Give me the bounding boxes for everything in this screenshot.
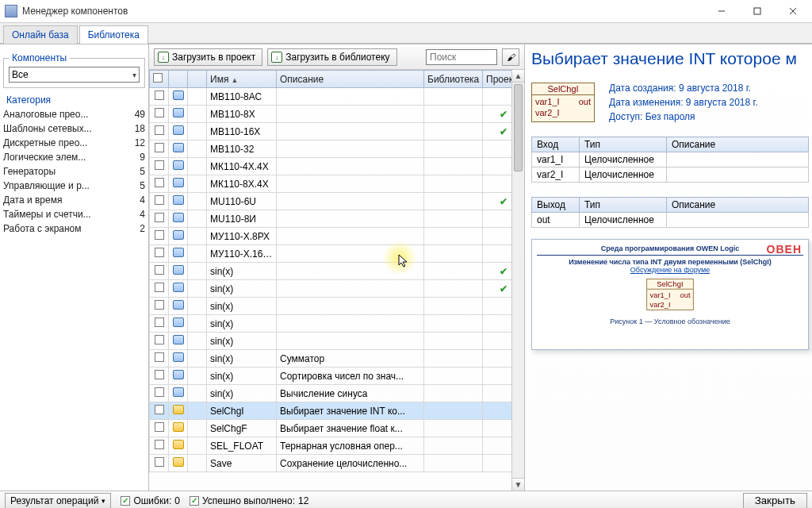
table-row[interactable]: SaveСохранение целочисленно... [150,455,524,472]
row-lib [424,333,483,350]
search-input[interactable] [426,49,497,65]
category-item[interactable]: Логические элем...9 [3,150,145,164]
table-row[interactable]: МУ110-Х.16РХ [150,245,524,263]
category-item[interactable]: Таймеры и счетчи...4 [3,207,145,221]
table-row[interactable]: sin(x)Сумматор [150,350,524,368]
row-checkbox[interactable] [155,422,164,432]
chip-icon [173,108,184,117]
table-row[interactable]: SelChgFВыбирает значение float к... [150,420,524,437]
table-scrollbar[interactable]: ▲ ▼ [511,70,524,491]
row-checkbox[interactable] [155,248,164,257]
scroll-down-arrow[interactable]: ▼ [512,478,524,491]
row-lib [424,420,483,437]
close-button[interactable]: Закрыть [743,493,807,509]
table-row[interactable]: sin(x)Вычисление синуса [150,385,524,402]
row-name: sin(x) [207,280,277,298]
table-row[interactable]: МU110-8И [150,210,524,228]
io-row: var1_IЦелочисленное [532,152,809,167]
table-row[interactable]: sin(x)Сортировка чисел по знач... [150,368,524,385]
done-label: Успешно выполнено: [202,495,295,506]
chip-icon [173,90,184,100]
close-window-button[interactable] [775,0,810,22]
load-to-library-button[interactable]: ↓ Загрузить в библиотеку [267,48,396,66]
category-item[interactable]: Генераторы5 [3,164,145,179]
doc-forum-link[interactable]: Обсуждение на форуме [537,266,803,274]
column-description[interactable]: Описание [277,71,424,88]
header-checkbox[interactable] [150,71,169,88]
status-bar: Результат операций ▾ ✓ Ошибки: 0 ✓ Успеш… [0,491,812,508]
table-row[interactable]: МВ110-8Х✔ [150,106,524,123]
category-item[interactable]: Управляющие и р...5 [3,179,145,193]
table-row[interactable]: sin(x)✔ [150,280,524,298]
row-checkbox[interactable] [155,370,164,379]
table-row[interactable]: МU110-6U✔ [150,193,524,210]
chip-icon [173,300,184,310]
category-item[interactable]: Шаблоны сетевых...18 [3,121,145,136]
row-name: МВ110-8АС [207,88,277,106]
table-row[interactable]: SEL_FLOATТернарная условная опер... [150,437,524,455]
table-row[interactable]: МУ110-Х.8РХ [150,228,524,245]
block-icon [173,440,184,449]
category-item[interactable]: Дата и время4 [3,193,145,207]
tab-library[interactable]: Библиотека [79,25,148,44]
row-checkbox[interactable] [155,457,164,467]
category-item[interactable]: Работа с экраном2 [3,221,145,236]
table-row[interactable]: sin(x)✔ [150,263,524,280]
row-checkbox[interactable] [155,195,164,205]
minimize-button[interactable] [703,0,739,22]
component-filter-combo[interactable]: Все ▾ [9,67,140,83]
doc-preview[interactable]: ОВЕН Среда программирования OWEN Logic И… [531,239,809,350]
row-checkbox[interactable] [155,143,164,152]
row-checkbox[interactable] [155,440,164,449]
table-row[interactable]: МК110-8Х.4Х [150,175,524,193]
io-row: outЦелочисленное [532,213,809,228]
errors-indicator[interactable]: ✓ Ошибки: 0 [121,495,180,506]
column-name[interactable]: Имя▲ [207,71,277,88]
outputs-col-desc: Описание [667,198,809,213]
table-row[interactable]: sin(x) [150,298,524,315]
row-desc: Сохранение целочисленно... [277,455,424,472]
load-to-project-button[interactable]: ↓ Загрузить в проект [154,48,262,66]
tab-online-base[interactable]: Онлайн база [3,25,78,44]
category-item[interactable]: Дискретные прео...12 [3,136,145,150]
row-checkbox[interactable] [155,108,164,117]
row-checkbox[interactable] [155,352,164,362]
table-row[interactable]: МВ110-16Х✔ [150,123,524,140]
row-checkbox[interactable] [155,335,164,344]
row-checkbox[interactable] [155,265,164,275]
scroll-thumb[interactable] [514,84,523,171]
row-checkbox[interactable] [155,213,164,222]
errors-value: 0 [174,495,180,506]
row-checkbox[interactable] [155,178,164,187]
row-desc [277,280,424,298]
row-checkbox[interactable] [155,125,164,135]
clear-search-button[interactable]: 🖌 [502,48,519,66]
row-checkbox[interactable] [155,90,164,100]
row-checkbox[interactable] [155,387,164,397]
scroll-up-arrow[interactable]: ▲ [512,70,524,83]
row-desc: Выбирает значение INT ко... [277,402,424,420]
header-empty-1 [169,71,188,88]
category-item[interactable]: Аналоговые прео...49 [3,107,145,121]
row-checkbox[interactable] [155,230,164,240]
done-indicator[interactable]: ✓ Успешно выполнено: 12 [190,495,308,506]
inputs-col-type: Тип [580,137,667,152]
row-checkbox[interactable] [155,405,164,414]
row-checkbox[interactable] [155,283,164,292]
table-row[interactable]: sin(x) [150,315,524,333]
table-row[interactable]: МК110-4Х.4Х [150,158,524,175]
row-desc [277,333,424,350]
table-row[interactable]: МВ110-8АС [150,88,524,106]
row-checkbox[interactable] [155,318,164,327]
column-library[interactable]: Библиотека [424,71,483,88]
table-row[interactable]: МВ110-32 [150,140,524,158]
row-checkbox[interactable] [155,160,164,170]
row-checkbox[interactable] [155,300,164,310]
components-table[interactable]: Имя▲ Описание Библиотека Проект МВ110-8А… [149,70,524,472]
table-row[interactable]: sin(x) [150,333,524,350]
outputs-table: Выход Тип Описание outЦелочисленное [531,197,809,228]
maximize-button[interactable] [739,0,775,22]
header-sort-icon[interactable] [188,71,207,88]
operations-result-button[interactable]: Результат операций ▾ [5,493,111,509]
table-row[interactable]: SelChgIВыбирает значение INT ко... [150,402,524,420]
